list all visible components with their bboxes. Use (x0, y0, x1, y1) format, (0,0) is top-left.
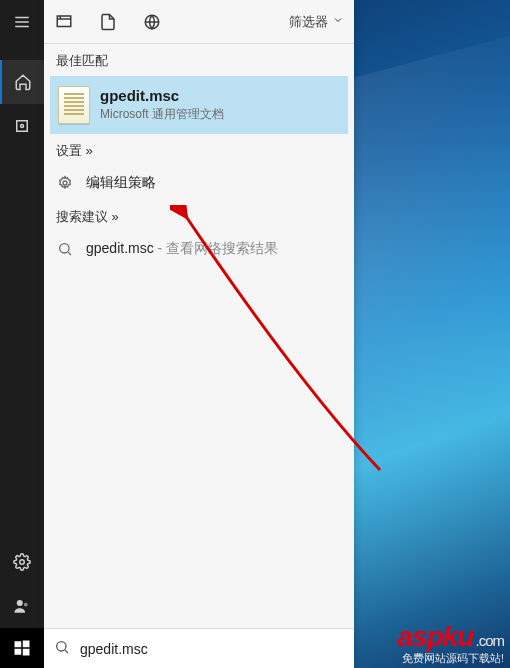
settings-header: 设置 » (50, 134, 348, 166)
web-tab-icon[interactable] (142, 12, 162, 32)
svg-line-19 (68, 252, 71, 255)
document-icon (58, 86, 90, 124)
suggestion-item[interactable]: gpedit.msc - 查看网络搜索结果 (50, 232, 348, 266)
home-icon[interactable] (0, 60, 44, 104)
apps-tab-icon[interactable] (54, 12, 74, 32)
start-button[interactable] (0, 628, 44, 668)
watermark-tagline: 免费网站源码下载站! (398, 651, 504, 666)
svg-point-4 (21, 125, 24, 128)
svg-point-20 (57, 641, 66, 650)
svg-rect-3 (17, 121, 28, 132)
svg-point-17 (63, 181, 67, 185)
menu-icon[interactable] (0, 0, 44, 44)
svg-point-6 (17, 600, 23, 606)
svg-line-21 (65, 650, 68, 653)
best-match-header: 最佳匹配 (50, 44, 348, 76)
filter-label: 筛选器 (289, 13, 328, 31)
suggestion-text: gpedit.msc - 查看网络搜索结果 (86, 240, 278, 258)
search-input[interactable] (80, 641, 344, 657)
settings-item[interactable]: 编辑组策略 (50, 166, 348, 200)
watermark: aspku.com 免费网站源码下载站! (398, 621, 504, 666)
best-match-item[interactable]: gpedit.msc Microsoft 通用管理文档 (50, 76, 348, 134)
svg-point-18 (60, 244, 69, 253)
start-sidebar (0, 0, 44, 668)
gear-icon (56, 174, 74, 192)
user-icon[interactable] (0, 584, 44, 628)
best-match-title: gpedit.msc (100, 87, 224, 104)
chevron-down-icon (332, 14, 344, 29)
documents-tab-icon[interactable] (98, 12, 118, 32)
svg-rect-12 (57, 16, 71, 27)
app-placeholder-icon[interactable] (0, 104, 44, 148)
settings-icon[interactable] (0, 540, 44, 584)
filter-dropdown[interactable]: 筛选器 (289, 13, 344, 31)
search-icon (56, 240, 74, 258)
svg-rect-11 (23, 649, 30, 656)
search-panel: 筛选器 最佳匹配 gpedit.msc Microsoft 通用管理文档 设置 … (44, 0, 354, 668)
suggestions-header: 搜索建议 » (50, 200, 348, 232)
watermark-logo: aspku.com (398, 621, 504, 653)
best-match-subtitle: Microsoft 通用管理文档 (100, 106, 224, 123)
results-content: 最佳匹配 gpedit.msc Microsoft 通用管理文档 设置 » 编辑… (44, 44, 354, 628)
svg-point-7 (24, 603, 28, 607)
search-bar (44, 628, 354, 668)
svg-rect-10 (15, 649, 22, 655)
svg-rect-8 (15, 641, 22, 647)
svg-point-5 (20, 560, 25, 565)
svg-rect-9 (23, 641, 30, 648)
settings-item-label: 编辑组策略 (86, 174, 156, 192)
search-icon (54, 639, 70, 659)
tab-bar: 筛选器 (44, 0, 354, 44)
